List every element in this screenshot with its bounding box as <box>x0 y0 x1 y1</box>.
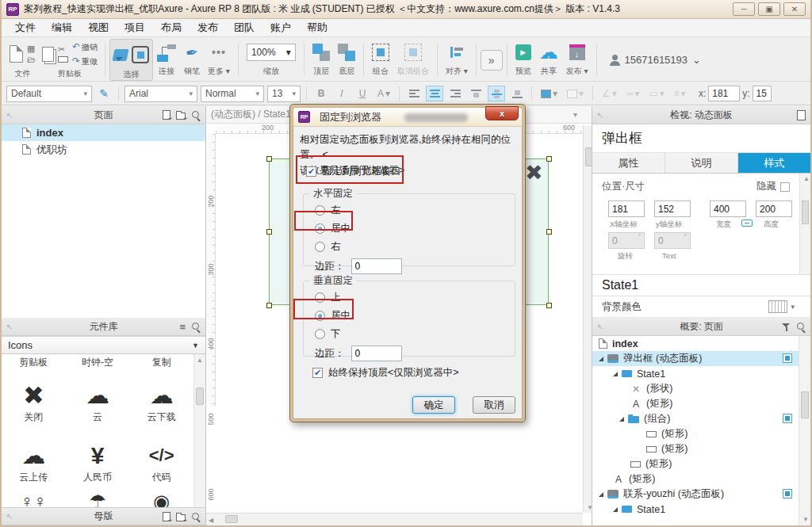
group-button[interactable]: 组合 <box>368 39 393 81</box>
scroll-up-icon[interactable]: ▲ <box>197 357 203 364</box>
tab-style[interactable]: 样式 <box>738 153 810 173</box>
radio-selected-icon[interactable] <box>315 223 325 234</box>
collapse-panel-icon[interactable]: ↖ <box>597 111 603 120</box>
library-select[interactable]: Icons ▼ <box>2 336 205 354</box>
line-style-button[interactable]: ═▾ <box>623 86 643 101</box>
keep-on-top-checkbox[interactable]: ✔ 始终保持顶层<仅限浏览器中> <box>312 366 459 380</box>
radio-icon[interactable] <box>315 329 325 339</box>
outline-item-state1[interactable]: State1 <box>592 366 799 381</box>
file-group[interactable]: ▦🗁 文件 <box>6 39 39 81</box>
group-badge-icon[interactable] <box>783 414 792 423</box>
rotate-input[interactable]: 0° <box>608 232 645 249</box>
page-item-youzhifang[interactable]: 优职坊 <box>2 141 205 158</box>
send-to-back[interactable]: 底层 <box>334 39 359 81</box>
menu-file[interactable]: 文件 <box>8 18 43 37</box>
x-input[interactable]: 181 <box>608 200 645 217</box>
add-master-icon[interactable] <box>163 512 170 521</box>
add-folder-icon[interactable] <box>176 514 186 521</box>
widget-name[interactable]: 弹出框 <box>592 124 810 153</box>
widget-label[interactable]: 剪贴板 <box>2 354 66 369</box>
menu-help[interactable]: 帮助 <box>300 18 335 37</box>
height-input[interactable]: 200 <box>756 200 792 217</box>
resize-handle-sw[interactable] <box>266 303 272 308</box>
cut-icon[interactable]: ✂ <box>58 45 68 54</box>
preview-button[interactable]: ▶ 预览 <box>511 39 535 81</box>
underline-button[interactable]: U <box>354 86 371 101</box>
connect-tool[interactable]: 连接 <box>153 39 180 81</box>
align-center-button[interactable] <box>426 86 443 101</box>
list-style-button[interactable]: ≡▾ <box>671 86 689 101</box>
save-icon[interactable]: ▦ <box>27 44 36 53</box>
radio-left[interactable]: 左 <box>315 204 515 217</box>
radio-center-horizontal[interactable]: 居中 <box>315 222 515 235</box>
outline-item-contact-panel[interactable]: 联系-youzhi (动态面板) <box>592 487 799 502</box>
collapse-panel-icon[interactable]: ↖ <box>597 323 603 331</box>
dialog-titlebar[interactable]: RP 固定到浏览器 x <box>293 107 523 126</box>
paste-icon[interactable] <box>58 56 68 63</box>
scroll-down-icon[interactable]: ▼ <box>802 516 809 523</box>
pin-to-window-checkbox[interactable]: ✔ 固定到浏览器窗口 <box>306 165 401 178</box>
cancel-button[interactable]: 取消 <box>473 396 515 414</box>
account-menu[interactable]: 15671615193 ⌄ <box>601 54 709 66</box>
ungroup-button[interactable]: 取消组合 <box>393 39 433 81</box>
expander-icon[interactable] <box>613 507 618 512</box>
radio-selected-icon[interactable] <box>315 311 325 321</box>
search-icon[interactable] <box>796 322 806 331</box>
share-button[interactable]: ☁↑ 共享 <box>535 39 562 81</box>
widget-rmb[interactable]: ¥ 人民币 <box>66 429 130 486</box>
resize-handle-nw[interactable] <box>266 156 272 162</box>
widget-close[interactable]: ✖ 关闭 <box>2 369 66 426</box>
font-weight-select[interactable]: Normal▾ <box>201 86 264 102</box>
vertical-margin-input[interactable] <box>351 346 402 361</box>
expander-icon[interactable] <box>599 357 603 361</box>
open-icon[interactable]: 🗁 <box>27 55 36 64</box>
arrow-style-button[interactable]: ▭▾ <box>645 86 667 101</box>
widget-cloud-upload[interactable]: ☁↑ 云上传 <box>2 429 66 486</box>
scroll-left-icon[interactable]: ◀ <box>209 517 213 524</box>
link-dimensions-icon[interactable] <box>741 220 753 227</box>
library-menu-icon[interactable]: ≡ <box>179 321 186 333</box>
border-color-button[interactable]: ▾ <box>564 86 587 101</box>
library-scrollbar[interactable]: ▲ <box>193 354 205 507</box>
radio-center-vertical[interactable]: 居中 <box>315 309 515 323</box>
zoom-select[interactable]: 100%▾ <box>247 44 296 61</box>
expander-icon[interactable] <box>613 372 618 376</box>
bold-button[interactable]: B <box>312 86 330 101</box>
resize-handle-e[interactable] <box>546 229 552 235</box>
redo-button[interactable]: ↷重做 <box>72 55 98 68</box>
widget-label[interactable]: 时钟-空 <box>66 354 130 369</box>
italic-button[interactable]: I <box>333 86 350 101</box>
align-bottom-button[interactable] <box>508 86 526 101</box>
background-color-picker[interactable]: ▾ <box>768 300 795 313</box>
outline-item-rect1[interactable]: (矩形) <box>592 426 799 441</box>
align-left-button[interactable] <box>405 86 423 101</box>
collapse-panel-icon[interactable]: ↖ <box>6 323 13 331</box>
text-rotate-input[interactable]: 0° <box>654 232 691 249</box>
outline-item-popup-panel[interactable]: 弹出框 (动态面板) <box>592 351 799 366</box>
checkbox-icon[interactable] <box>780 182 790 192</box>
menu-team[interactable]: 团队 <box>227 18 262 37</box>
radio-right[interactable]: 右 <box>315 240 515 254</box>
widget-umbrella[interactable]: ☂ <box>66 492 130 507</box>
widget-label[interactable]: 复制 <box>129 354 193 369</box>
resize-handle-se[interactable] <box>546 303 552 308</box>
widget-fork[interactable]: ♀♀ <box>2 492 66 507</box>
radio-bottom[interactable]: 下 <box>315 327 515 341</box>
outline-item-group[interactable]: (组合) <box>592 411 799 426</box>
y-coordinate-input[interactable] <box>753 86 772 101</box>
align-top-button[interactable] <box>467 86 485 101</box>
font-color-button[interactable]: A▾ <box>374 86 393 101</box>
checkbox-checked-icon[interactable]: ✔ <box>312 368 323 378</box>
collapse-panel-icon[interactable]: ↖ <box>6 111 13 120</box>
chevron-down-icon[interactable]: ▾ <box>573 110 590 119</box>
font-family-select[interactable]: Arial▾ <box>124 86 197 102</box>
collapse-panel-icon[interactable]: ↖ <box>6 512 13 521</box>
ok-button[interactable]: 确定 <box>412 396 455 414</box>
expander-icon[interactable] <box>619 417 624 422</box>
select-marquee-icon[interactable] <box>132 46 149 63</box>
scrollbar-thumb[interactable] <box>225 515 238 523</box>
publish-button[interactable]: ↓ 发布 ▾ <box>562 39 592 81</box>
radio-icon[interactable] <box>315 205 325 216</box>
scrollbar-thumb[interactable] <box>801 391 809 418</box>
widget-cloud[interactable]: ☁ 云 <box>66 369 130 426</box>
